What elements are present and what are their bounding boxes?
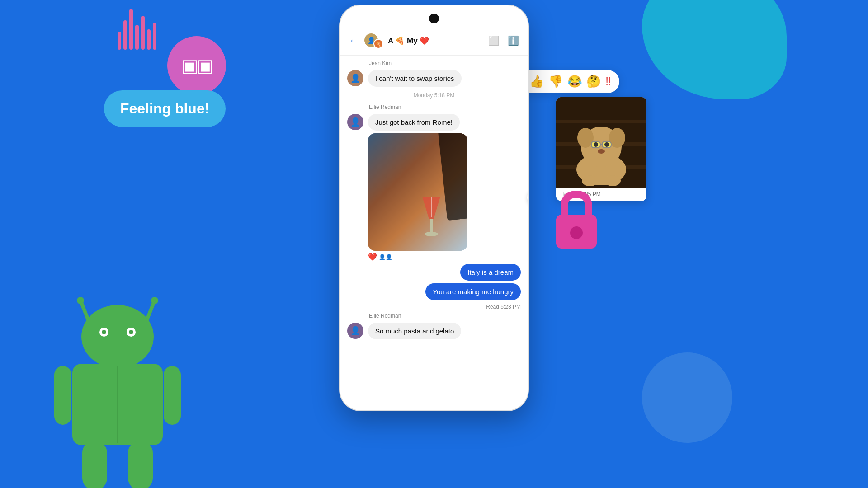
sound-waves-decoration [118, 9, 156, 50]
svg-point-32 [582, 175, 598, 186]
chat-messages: Jean Kim 👤 I can't wait to swap stories … [340, 56, 528, 402]
message-row-1: 👤 I can't wait to swap stories [347, 70, 521, 87]
bookmark-icon: ▣▣ [181, 55, 212, 76]
svg-rect-11 [128, 441, 153, 488]
sender-label-ellie-2: Ellie Redman [369, 313, 521, 319]
padlock-decoration [552, 190, 601, 249]
image-message: ⬇ ❤️ 👤👤 [368, 133, 521, 261]
reaction-exclamation[interactable]: ‼️ [605, 75, 611, 89]
chat-header: ← 👤 🍕 A 🍕 My ❤️ ⬜ ℹ️ [340, 5, 528, 56]
svg-point-29 [594, 142, 598, 147]
message-row-sent-2: You are making me hungry [347, 283, 521, 300]
message-row-sent-1: Italy is a dream [347, 264, 521, 281]
reaction-laugh[interactable]: 😂 [567, 75, 582, 89]
back-button[interactable]: ← [349, 35, 359, 47]
rome-photo [368, 133, 467, 251]
background-blob-blue [642, 352, 732, 443]
dog-image [556, 97, 646, 188]
message-bubble-1: I can't wait to swap stories [368, 70, 462, 87]
svg-point-3 [151, 297, 158, 304]
phone-frame: ← 👤 🍕 A 🍕 My ❤️ ⬜ ℹ️ Jean Kim 👤 I can't … [339, 5, 529, 411]
ellie-avatar-2: 👤 [347, 323, 363, 339]
phone-camera [429, 14, 439, 23]
jean-avatar: 👤 [347, 70, 363, 86]
sender-label-ellie: Ellie Redman [369, 104, 521, 110]
video-call-icon[interactable]: ⬜ [488, 35, 500, 46]
reaction-thumbsup[interactable]: 👍 [529, 75, 544, 89]
avatar-secondary: 🍕 [373, 39, 383, 49]
reaction-thinking[interactable]: 🤔 [586, 75, 601, 89]
sender-label-jean: Jean Kim [369, 60, 521, 66]
pink-circle-decoration: ▣▣ [167, 36, 226, 95]
android-robot [45, 271, 190, 488]
wave-bar [135, 25, 139, 50]
reaction-avatars: 👤👤 [379, 254, 392, 260]
chat-name: A 🍕 My ❤️ [388, 36, 429, 46]
svg-point-33 [604, 175, 621, 186]
wave-bar [129, 9, 133, 50]
info-icon[interactable]: ℹ️ [508, 35, 519, 46]
svg-point-31 [598, 149, 605, 154]
heart-reaction: ❤️ [368, 253, 377, 261]
wave-bar [147, 29, 151, 50]
download-button[interactable]: ⬇ [527, 189, 528, 206]
svg-rect-8 [54, 366, 71, 425]
dog-photo-card: Today 12:35 PM [556, 97, 646, 201]
message-bubble-sent-2: You are making me hungry [425, 283, 521, 300]
svg-rect-9 [164, 366, 181, 425]
svg-point-38 [425, 232, 438, 236]
header-actions: ⬜ ℹ️ [488, 35, 519, 46]
message-row-2: 👤 Just got back from Rome! [347, 114, 521, 131]
feeling-blue-label: Feeling blue! [120, 100, 209, 117]
svg-rect-10 [82, 441, 107, 488]
ellie-avatar: 👤 [347, 114, 363, 130]
svg-point-13 [102, 330, 106, 334]
read-status: Read 5:23 PM [347, 304, 521, 310]
svg-point-1 [77, 297, 84, 304]
svg-point-30 [604, 142, 609, 147]
svg-rect-17 [556, 120, 646, 123]
feeling-blue-bubble: Feeling blue! [104, 90, 226, 127]
message-row-last: 👤 So much pasta and gelato [347, 323, 521, 339]
wave-bar [153, 23, 156, 50]
reaction-row: ❤️ 👤👤 [368, 253, 521, 261]
header-left-section: ← 👤 🍕 A 🍕 My ❤️ [349, 33, 429, 49]
reaction-thumbsdown[interactable]: 👎 [548, 75, 563, 89]
phone-body: ← 👤 🍕 A 🍕 My ❤️ ⬜ ℹ️ Jean Kim 👤 I can't … [339, 5, 529, 411]
timestamp-monday: Monday 5:18 PM [347, 92, 521, 99]
avatar-group: 👤 🍕 [363, 33, 383, 49]
message-bubble-sent-1: Italy is a dream [460, 264, 521, 281]
background-blob-teal [642, 0, 787, 99]
svg-point-4 [81, 305, 154, 368]
wave-bar [123, 20, 127, 50]
message-bubble-last: So much pasta and gelato [368, 323, 461, 339]
svg-point-14 [129, 330, 133, 334]
message-bubble-2: Just got back from Rome! [368, 114, 460, 131]
wave-bar [141, 16, 145, 50]
svg-rect-37 [430, 219, 433, 233]
wave-bar [118, 32, 121, 50]
svg-point-35 [570, 226, 583, 239]
